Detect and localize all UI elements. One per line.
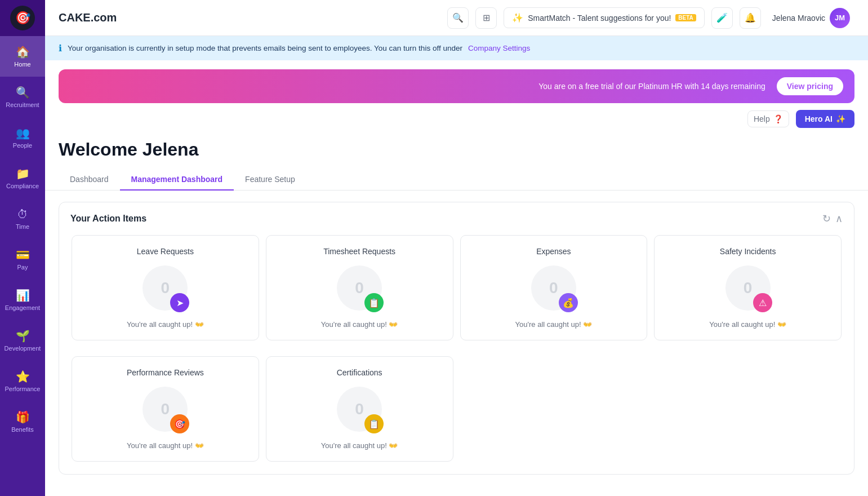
card-icon-badge: ➤: [170, 293, 189, 312]
search-icon: 🔍: [452, 12, 464, 23]
hero-ai-button[interactable]: Hero AI ✨: [796, 110, 854, 128]
card-status: You're all caught up! 👐: [127, 320, 204, 329]
leave-requests-card: Leave Requests 0 ➤ You're all caught up!…: [72, 235, 259, 340]
sidebar-item-benefits[interactable]: 🎁 Benefits: [0, 401, 45, 442]
topbar: CAKE.com 🔍 ⊞ ✨ SmartMatch - Talent sugge…: [45, 0, 868, 36]
section-actions: ↻ ∧: [822, 212, 843, 225]
ai-sparkle-icon: ✨: [836, 114, 845, 123]
sidebar-item-time[interactable]: ⏱ Time: [0, 198, 45, 239]
smartmatch-label: SmartMatch - Talent suggestions for you!: [528, 14, 671, 23]
card-visual: 0 🎯: [140, 384, 190, 435]
time-icon: ⏱: [17, 208, 28, 221]
pay-icon: 💳: [16, 248, 30, 262]
sidebar: 🎯 🏠 Home 🔍 Recruitment 👥 People 📁 Compli…: [0, 0, 45, 496]
sidebar-item-label: Compliance: [6, 183, 39, 189]
card-title: Performance Reviews: [127, 368, 204, 377]
view-pricing-button[interactable]: View pricing: [777, 77, 843, 95]
card-count: 0: [355, 279, 364, 297]
card-title: Leave Requests: [137, 247, 194, 256]
tabs-bar: Dashboard Management Dashboard Feature S…: [45, 160, 868, 191]
card-icon-badge: 🎯: [170, 414, 189, 433]
sidebar-item-home[interactable]: 🏠 Home: [0, 36, 45, 77]
info-text: Your organisation is currently in setup …: [68, 44, 462, 52]
home-icon: 🏠: [16, 45, 30, 59]
cards-row-1: Leave Requests 0 ➤ You're all caught up!…: [59, 232, 854, 353]
safety-incidents-card: Safety Incidents 0 ⚠ You're all caught u…: [654, 235, 842, 340]
card-title: Certifications: [337, 368, 382, 377]
card-status: You're all caught up! 👐: [515, 320, 593, 329]
grid-view-button[interactable]: ⊞: [475, 7, 497, 29]
timesheet-requests-card: Timesheet Requests 0 📋 You're all caught…: [266, 235, 453, 340]
app-logo: 🎯: [10, 6, 35, 30]
empty-card-placeholder: [460, 356, 648, 462]
card-status: You're all caught up! 👐: [709, 320, 786, 329]
card-status: You're all caught up! 👐: [127, 441, 204, 450]
compliance-icon: 📁: [16, 167, 30, 180]
sidebar-item-people[interactable]: 👥 People: [0, 117, 45, 158]
expenses-card: Expenses 0 💰 You're all caught up! 👐: [460, 235, 648, 340]
card-title: Timesheet Requests: [323, 247, 395, 256]
help-button[interactable]: Help ❓: [747, 110, 789, 127]
sidebar-item-label: Development: [5, 345, 41, 352]
card-icon-badge: ⚠: [753, 293, 772, 312]
company-settings-link[interactable]: Company Settings: [468, 44, 530, 52]
certifications-card: Certifications 0 📋 You're all caught up!…: [266, 356, 453, 462]
cards-row-2: Performance Reviews 0 🎯 You're all caugh…: [59, 353, 854, 474]
action-items-section: Your Action Items ↻ ∧ Leave Requests 0 ➤: [59, 202, 854, 475]
sidebar-item-label: Home: [14, 61, 30, 68]
card-visual: 0 ⚠: [723, 263, 773, 313]
card-visual: 0 📋: [334, 384, 385, 435]
smartmatch-icon: ✨: [512, 12, 523, 23]
info-banner: ℹ Your organisation is currently in setu…: [45, 36, 868, 60]
info-icon: ℹ: [59, 43, 62, 54]
help-circle-icon: ❓: [773, 114, 783, 123]
card-visual: 0 ➤: [140, 263, 190, 313]
sidebar-item-engagement[interactable]: 📊 Engagement: [0, 280, 45, 320]
trial-banner: You are on a free trial of our Platinum …: [59, 69, 854, 103]
collapse-icon[interactable]: ∧: [835, 212, 843, 225]
card-icon-badge: 💰: [559, 293, 578, 312]
sidebar-item-label: Engagement: [5, 304, 40, 311]
sidebar-item-label: Recruitment: [6, 101, 39, 108]
user-menu[interactable]: Jelena Mraovic JM: [768, 6, 854, 30]
sidebar-item-compliance[interactable]: 📁 Compliance: [0, 158, 45, 198]
card-icon-badge: 📋: [364, 293, 384, 312]
sidebar-item-label: Performance: [5, 386, 41, 392]
page-content: ℹ Your organisation is currently in setu…: [45, 36, 868, 496]
refresh-icon[interactable]: ↻: [822, 212, 831, 225]
grid-icon: ⊞: [483, 12, 490, 23]
tab-dashboard[interactable]: Dashboard: [59, 169, 120, 191]
sidebar-item-label: Pay: [17, 264, 28, 271]
avatar: JM: [830, 8, 850, 28]
sidebar-item-pay[interactable]: 💳 Pay: [0, 239, 45, 280]
bell-icon: 🔔: [745, 12, 756, 23]
section-header: Your Action Items ↻ ∧: [59, 202, 854, 232]
tab-management-dashboard[interactable]: Management Dashboard: [120, 169, 234, 191]
engagement-icon: 📊: [16, 289, 30, 302]
notifications-button[interactable]: 🔔: [740, 7, 761, 29]
card-status: You're all caught up! 👐: [321, 441, 398, 450]
development-icon: 🌱: [16, 329, 30, 343]
benefits-icon: 🎁: [16, 410, 30, 424]
search-button[interactable]: 🔍: [447, 7, 469, 29]
card-icon-badge: 📋: [364, 414, 384, 433]
user-name: Jelena Mraovic: [772, 14, 825, 23]
sidebar-item-recruitment[interactable]: 🔍 Recruitment: [0, 77, 45, 117]
tab-feature-setup[interactable]: Feature Setup: [234, 169, 306, 191]
smartmatch-button[interactable]: ✨ SmartMatch - Talent suggestions for yo…: [504, 7, 705, 28]
recruitment-icon: 🔍: [16, 86, 30, 99]
card-count: 0: [549, 279, 558, 297]
sidebar-item-development[interactable]: 🌱 Development: [0, 320, 45, 361]
lab-icon-button[interactable]: 🧪: [711, 7, 733, 29]
sidebar-item-label: Time: [16, 223, 29, 230]
sidebar-item-label: Benefits: [11, 426, 34, 433]
sidebar-item-performance[interactable]: ⭐ Performance: [0, 361, 45, 401]
trial-text: You are on a free trial of our Platinum …: [538, 82, 765, 91]
sidebar-item-label: People: [13, 142, 32, 149]
card-count: 0: [161, 279, 170, 297]
performance-icon: ⭐: [16, 370, 30, 383]
card-title: Expenses: [536, 247, 571, 256]
help-hero-bar: Help ❓ Hero AI ✨: [45, 103, 868, 135]
section-title: Your Action Items: [70, 214, 146, 224]
performance-reviews-card: Performance Reviews 0 🎯 You're all caugh…: [72, 356, 259, 462]
